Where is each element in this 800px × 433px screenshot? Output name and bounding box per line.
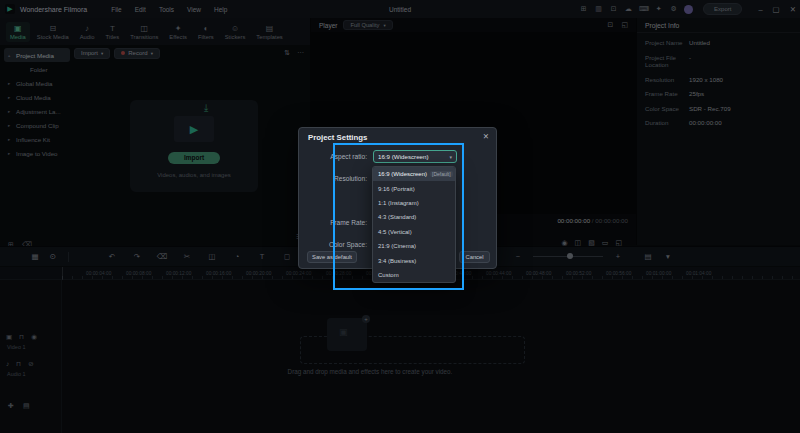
frame-rate-label: Frame Rate: (299, 219, 367, 226)
chevron-down-icon: ▾ (449, 154, 452, 160)
dialog-title: Project Settings (308, 133, 367, 142)
save-as-default-button[interactable]: Save as default (307, 251, 357, 263)
aspect-ratio-option[interactable]: 4:5 (Vertical) (373, 225, 455, 239)
aspect-ratio-option[interactable]: 9:16 (Portrait) (373, 181, 455, 195)
cancel-button[interactable]: Cancel (459, 251, 490, 263)
resolution-label: Resolution: (299, 175, 367, 182)
color-space-label: Color Space: (299, 241, 367, 248)
aspect-ratio-label: Aspect ratio: (299, 153, 367, 160)
aspect-ratio-option[interactable]: 16:9 (Widescreen) [Default] (373, 167, 455, 181)
aspect-ratio-option[interactable]: 21:9 (Cinema) (373, 239, 455, 253)
aspect-ratio-value: 16:9 (Widescreen) (378, 153, 449, 160)
aspect-ratio-dropdown[interactable]: 16:9 (Widescreen) ▾ (373, 150, 457, 163)
aspect-ratio-menu: 16:9 (Widescreen) [Default] 9:16 (Portra… (372, 166, 456, 283)
aspect-ratio-option[interactable]: 4:3 (Standard) (373, 210, 455, 224)
aspect-ratio-option[interactable]: Custom (373, 268, 455, 282)
aspect-ratio-option[interactable]: 3:4 (Business) (373, 253, 455, 267)
filmora-app-window: ▶ Wondershare Filmora FileEditToolsViewH… (0, 0, 800, 433)
close-icon[interactable]: ✕ (483, 132, 489, 141)
default-badge: [Default] (430, 171, 453, 177)
aspect-ratio-option[interactable]: 1:1 (Instagram) (373, 196, 455, 210)
